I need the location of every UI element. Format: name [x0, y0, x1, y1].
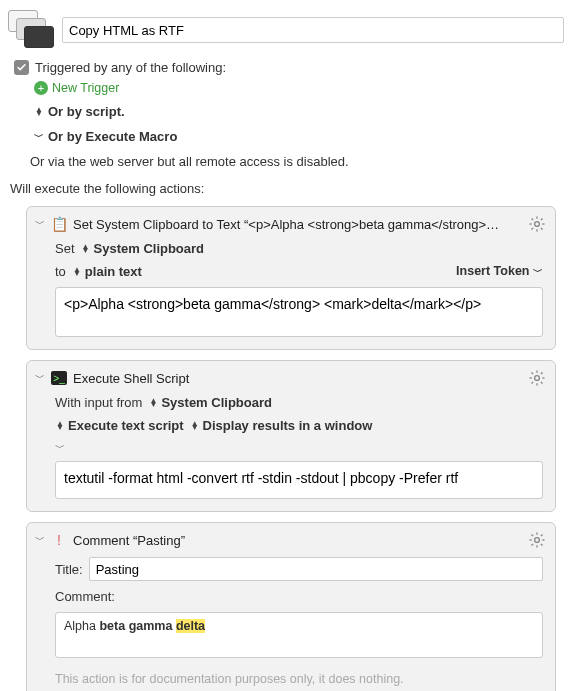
to-mode-select[interactable]: ▲▼ plain text: [72, 264, 142, 279]
action-comment: ﹀ ! Comment “Pasting” Title: Comment: Al…: [26, 522, 556, 691]
or-by-script[interactable]: ▲▼ Or by script.: [0, 99, 572, 124]
action-execute-shell: ﹀ >_ Execute Shell Script With input fro…: [26, 360, 556, 512]
or-by-execute-macro[interactable]: ﹀ Or by Execute Macro: [0, 124, 572, 149]
comment-body[interactable]: Alpha beta gamma delta: [55, 612, 543, 658]
display-mode-label: Display results in a window: [203, 418, 373, 433]
action-set-clipboard: ﹀ 📋 Set System Clipboard to Text “<p>Alp…: [26, 206, 556, 350]
plus-icon: +: [34, 81, 48, 95]
updown-icon: ▲▼: [81, 245, 91, 253]
svg-line-15: [541, 382, 543, 384]
svg-line-16: [531, 382, 533, 384]
triggers-enabled-checkbox[interactable]: [14, 60, 29, 75]
display-mode-select[interactable]: ▲▼ Display results in a window: [190, 418, 373, 433]
comment-text-plain: Alpha: [64, 619, 99, 633]
set-label: Set: [55, 241, 75, 256]
svg-line-5: [531, 218, 533, 220]
comment-label: Comment:: [55, 589, 115, 604]
svg-line-14: [531, 372, 533, 374]
chevron-down-icon[interactable]: ﹀: [55, 441, 65, 455]
doc-note: This action is for documentation purpose…: [55, 666, 543, 686]
comment-title-input[interactable]: [89, 557, 543, 581]
exec-mode-label: Execute text script: [68, 418, 184, 433]
new-trigger-label: New Trigger: [52, 81, 119, 95]
svg-line-17: [541, 372, 543, 374]
triggers-label: Triggered by any of the following:: [35, 60, 226, 75]
gear-icon[interactable]: [527, 368, 547, 388]
comment-text-bold: beta gamma: [99, 619, 175, 633]
input-source-label: System Clipboard: [161, 395, 272, 410]
svg-point-18: [535, 538, 540, 543]
disclosure-toggle[interactable]: ﹀: [35, 371, 45, 385]
clipboard-text-input[interactable]: [55, 287, 543, 337]
insert-token-label: Insert Token: [456, 264, 529, 278]
new-trigger-button[interactable]: + New Trigger: [0, 77, 572, 99]
macro-icon: [8, 10, 54, 50]
set-target-select[interactable]: ▲▼ System Clipboard: [81, 241, 205, 256]
terminal-icon: >_: [51, 371, 67, 385]
updown-icon: ▲▼: [55, 422, 65, 430]
exec-heading: Will execute the following actions:: [0, 175, 572, 202]
svg-line-6: [541, 228, 543, 230]
svg-line-23: [531, 534, 533, 536]
macro-title-input[interactable]: [62, 17, 564, 43]
gear-icon[interactable]: [527, 530, 547, 550]
svg-line-24: [541, 544, 543, 546]
svg-line-25: [531, 544, 533, 546]
action-title: Set System Clipboard to Text “<p>Alpha <…: [73, 217, 521, 232]
disclosure-toggle[interactable]: ﹀: [35, 217, 45, 231]
chevron-down-icon: ﹀: [533, 266, 543, 277]
gear-icon[interactable]: [527, 214, 547, 234]
or-via-web-server: Or via the web server but all remote acc…: [0, 149, 572, 175]
input-source-select[interactable]: ▲▼ System Clipboard: [148, 395, 272, 410]
shell-script-input[interactable]: [55, 461, 543, 499]
updown-icon: ▲▼: [148, 399, 158, 407]
set-target-label: System Clipboard: [94, 241, 205, 256]
disclosure-toggle[interactable]: ﹀: [35, 533, 45, 547]
svg-line-7: [531, 228, 533, 230]
svg-line-26: [541, 534, 543, 536]
with-input-label: With input from: [55, 395, 142, 410]
comment-icon: !: [51, 532, 67, 548]
clipboard-icon: 📋: [51, 216, 67, 232]
svg-point-0: [535, 222, 540, 227]
insert-token-button[interactable]: Insert Token ﹀: [456, 264, 543, 279]
or-execute-macro-label: Or by Execute Macro: [48, 129, 177, 144]
updown-icon: ▲▼: [72, 268, 82, 276]
comment-text-mark: delta: [176, 619, 205, 633]
to-label: to: [55, 264, 66, 279]
chevron-down-icon: ﹀: [34, 130, 44, 144]
action-title: Execute Shell Script: [73, 371, 521, 386]
title-label: Title:: [55, 562, 83, 577]
svg-point-9: [535, 376, 540, 381]
to-mode-label: plain text: [85, 264, 142, 279]
svg-line-8: [541, 218, 543, 220]
updown-icon: ▲▼: [34, 108, 44, 116]
or-script-label: Or by script.: [48, 104, 125, 119]
updown-icon: ▲▼: [190, 422, 200, 430]
exec-mode-select[interactable]: ▲▼ Execute text script: [55, 418, 184, 433]
action-title: Comment “Pasting”: [73, 533, 521, 548]
